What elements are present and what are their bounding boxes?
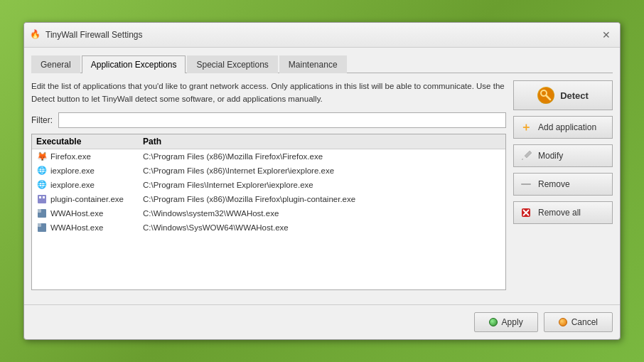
- filter-label: Filter:: [31, 115, 53, 125]
- exe-cell: WWAHost.exe: [36, 208, 143, 219]
- tab-maintenance[interactable]: Maintenance: [279, 55, 347, 73]
- svg-marker-11: [522, 159, 523, 160]
- title-bar-left: 🔥 TinyWall Firewall Settings: [30, 29, 142, 41]
- modify-label: Modify: [538, 151, 563, 161]
- svg-rect-6: [38, 223, 41, 227]
- detect-label: Detect: [560, 90, 589, 101]
- remove-all-button[interactable]: Remove all: [513, 201, 613, 224]
- app-list[interactable]: Executable Path 🦊 Firefox.exe C:\Program…: [31, 134, 506, 290]
- app-icon: 🔥: [30, 29, 41, 41]
- remove-label: Remove: [538, 179, 570, 189]
- bottom-bar: Apply Cancel: [24, 304, 620, 339]
- svg-rect-12: [521, 183, 531, 185]
- path-cell: C:\Program Files (x86)\Mozilla Firefox\F…: [143, 152, 501, 161]
- svg-rect-10: [525, 151, 532, 158]
- path-cell: C:\Windows\SysWOW64\WWAHost.exe: [143, 223, 501, 232]
- add-application-label: Add application: [538, 122, 596, 132]
- exe-name-text: WWAHost.exe: [50, 209, 103, 218]
- modify-button[interactable]: Modify: [513, 144, 613, 167]
- content-area: General Application Exceptions Special E…: [24, 48, 620, 297]
- firefox-icon: 🦊: [36, 151, 48, 162]
- title-bar: 🔥 TinyWall Firewall Settings ✕: [24, 23, 620, 48]
- exe-cell: plugin-container.exe: [36, 193, 143, 205]
- exe-name-text: WWAHost.exe: [50, 223, 103, 232]
- wwa-icon: [36, 222, 48, 233]
- main-window: 🔥 TinyWall Firewall Settings ✕ General A…: [23, 22, 621, 340]
- svg-rect-2: [43, 196, 45, 198]
- left-panel: Edit the list of applications that you'd…: [31, 80, 506, 290]
- description-text: Edit the list of applications that you'd…: [31, 80, 506, 105]
- cancel-button[interactable]: Cancel: [544, 312, 613, 332]
- exe-name-text: plugin-container.exe: [50, 195, 124, 203]
- add-application-button[interactable]: ＋ Add application: [513, 116, 613, 139]
- path-cell: C:\Program Files (x86)\Internet Explorer…: [143, 166, 501, 175]
- svg-rect-4: [38, 209, 41, 213]
- col-header-executable: Executable: [36, 137, 143, 147]
- main-area: Edit the list of applications that you'd…: [31, 80, 613, 290]
- window-title: TinyWall Firewall Settings: [45, 30, 142, 40]
- table-row[interactable]: WWAHost.exe C:\Windows\system32\WWAHost.…: [32, 206, 505, 220]
- filter-input[interactable]: [58, 112, 506, 128]
- exe-cell: 🌐 iexplore.exe: [36, 165, 143, 176]
- detect-button[interactable]: Detect: [513, 80, 613, 110]
- exe-cell: WWAHost.exe: [36, 222, 143, 233]
- exe-cell: 🦊 Firefox.exe: [36, 151, 143, 162]
- remove-button[interactable]: Remove: [513, 173, 613, 196]
- svg-rect-0: [38, 195, 46, 203]
- table-row[interactable]: 🌐 iexplore.exe C:\Program Files (x86)\In…: [32, 164, 505, 178]
- path-cell: C:\Program Files (x86)\Mozilla Firefox\p…: [143, 195, 501, 203]
- ie-icon: 🌐: [36, 165, 48, 176]
- apply-label: Apply: [502, 317, 523, 327]
- exe-name-text: Firefox.exe: [50, 152, 91, 161]
- path-cell: C:\Windows\system32\WWAHost.exe: [143, 209, 501, 218]
- wwa-icon: [36, 208, 48, 219]
- exe-cell: 🌐 iexplore.exe: [36, 179, 143, 191]
- cancel-icon: [559, 318, 567, 326]
- exe-name-text: iexplore.exe: [50, 181, 95, 189]
- tab-special-exceptions[interactable]: Special Exceptions: [187, 55, 277, 73]
- filter-row: Filter:: [31, 112, 506, 128]
- table-row[interactable]: WWAHost.exe C:\Windows\SysWOW64\WWAHost.…: [32, 220, 505, 235]
- ie-icon: 🌐: [36, 179, 48, 191]
- tab-application-exceptions[interactable]: Application Exceptions: [82, 55, 186, 73]
- col-header-path: Path: [143, 137, 501, 147]
- path-cell: C:\Program Files\Internet Explorer\iexpl…: [143, 181, 501, 189]
- table-row[interactable]: 🦊 Firefox.exe C:\Program Files (x86)\Moz…: [32, 149, 505, 164]
- svg-rect-1: [39, 196, 41, 198]
- cancel-label: Cancel: [571, 317, 598, 327]
- table-row[interactable]: plugin-container.exe C:\Program Files (x…: [32, 192, 505, 206]
- add-icon: ＋: [520, 121, 532, 134]
- remove-all-label: Remove all: [538, 208, 581, 218]
- apply-icon: [489, 318, 498, 326]
- remove-all-icon: [520, 206, 532, 219]
- table-row[interactable]: 🌐 iexplore.exe C:\Program Files\Internet…: [32, 178, 505, 192]
- pencil-icon: [520, 149, 532, 162]
- remove-icon: [520, 178, 532, 191]
- tab-bar: General Application Exceptions Special E…: [31, 55, 613, 73]
- right-panel: Detect ＋ Add application Modify: [513, 80, 613, 290]
- detect-icon: [537, 87, 554, 104]
- exe-name-text: iexplore.exe: [50, 166, 95, 175]
- apply-button[interactable]: Apply: [474, 312, 538, 332]
- tab-general[interactable]: General: [31, 55, 80, 73]
- list-header: Executable Path: [32, 134, 505, 149]
- plugin-icon: [36, 193, 48, 205]
- close-button[interactable]: ✕: [599, 27, 614, 43]
